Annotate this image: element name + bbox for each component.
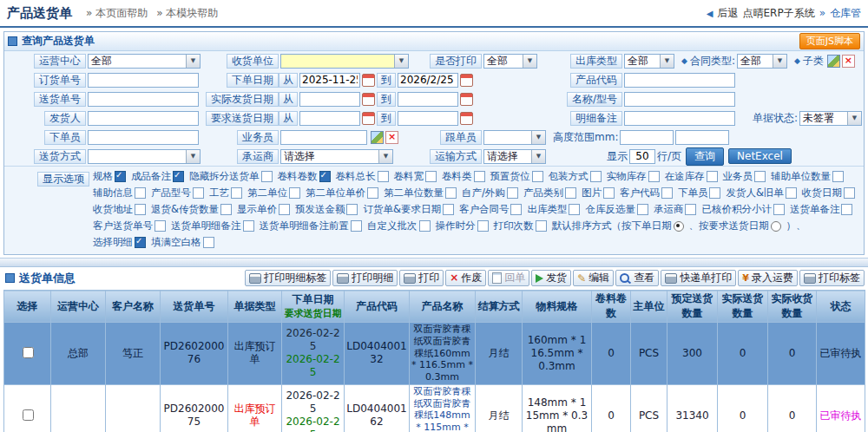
option-checkbox[interactable] [378, 171, 389, 182]
option-checkbox[interactable] [707, 171, 718, 182]
delivery-row[interactable]: PD260200075出库预订单2026-02-252026-02-25LD04… [4, 384, 865, 432]
display-option[interactable]: 出库类型 [527, 203, 584, 216]
option-checkbox[interactable] [474, 171, 485, 182]
display-option[interactable]: 第二单位数量 [384, 187, 461, 200]
option-checkbox[interactable] [193, 187, 204, 199]
option-checkbox[interactable] [115, 171, 126, 182]
order-date-from-input[interactable] [299, 73, 360, 88]
option-checkbox[interactable] [243, 220, 254, 232]
merchandiser-select[interactable]: ▼ [483, 130, 546, 145]
option-checkbox[interactable] [507, 187, 518, 199]
option-checkbox[interactable] [289, 187, 300, 199]
option-checkbox[interactable] [279, 204, 290, 215]
height-range-min-input[interactable] [620, 130, 674, 145]
option-checkbox[interactable] [754, 171, 766, 182]
breadcrumb-module[interactable]: 仓库管 [830, 6, 861, 21]
calendar-icon[interactable] [362, 74, 375, 87]
option-checkbox[interactable] [709, 187, 720, 199]
display-option[interactable]: 客户代码 [620, 187, 677, 200]
actual-ship-date-from-input[interactable] [299, 92, 360, 107]
search-button[interactable]: 查询 [686, 147, 724, 166]
option-checkbox[interactable] [135, 187, 146, 199]
salesman-input[interactable] [280, 130, 367, 145]
carrier-select[interactable]: 请选择▼ [280, 149, 393, 164]
netexcel-button[interactable]: NetExcel [728, 148, 792, 164]
option-checkbox[interactable] [832, 171, 844, 182]
display-option[interactable]: 辅助信息 [93, 187, 150, 200]
option-checkbox[interactable] [445, 187, 457, 199]
back-arrow-icon[interactable]: ◀ [707, 9, 713, 18]
display-option[interactable]: 预发送金额 [295, 203, 363, 216]
option-checkbox[interactable] [841, 204, 852, 215]
display-option[interactable]: 送货单明细备注前置 [260, 219, 367, 232]
operation-center-select[interactable]: 全部▼ [88, 54, 201, 69]
option-checkbox[interactable] [685, 204, 696, 215]
required-date-to-input[interactable] [398, 111, 458, 126]
option-checkbox[interactable] [135, 237, 146, 248]
contract-type-select[interactable]: 全部▼ [737, 54, 787, 69]
receiving-unit-select[interactable]: ▼ [280, 54, 409, 69]
display-option[interactable]: 实物库存 [607, 170, 664, 183]
cell-name[interactable]: 双面背胶青稞纸双面背胶青稞纸160mm * 116.5mm * 0.3mm [410, 323, 476, 385]
option-checkbox[interactable] [261, 171, 273, 182]
order-date-to-input[interactable] [398, 73, 458, 88]
is-printed-select[interactable]: 全部▼ [483, 54, 537, 69]
display-option[interactable]: 收货地址 [93, 203, 150, 216]
option-checkbox[interactable] [637, 204, 648, 215]
option-checkbox[interactable] [319, 171, 331, 182]
back-link[interactable]: 后退 [718, 6, 739, 21]
radio-indicator[interactable] [674, 221, 684, 232]
display-option[interactable]: 打印次数 [494, 219, 551, 232]
display-option[interactable]: 送货单备注 [790, 203, 858, 216]
row-checkbox[interactable] [23, 409, 34, 421]
subclass-picker-icon[interactable] [827, 55, 840, 68]
option-checkbox[interactable] [603, 187, 615, 199]
display-option[interactable]: 选择明细 [93, 236, 150, 249]
display-option[interactable]: 卷料类 [442, 170, 490, 183]
row-checkbox[interactable] [23, 347, 34, 358]
order-no-input[interactable] [88, 73, 199, 88]
option-checkbox[interactable] [135, 204, 146, 215]
subclass-clear-icon[interactable] [842, 55, 855, 68]
shipper-input[interactable] [88, 111, 199, 126]
display-option[interactable]: 送货单明细备注 [171, 219, 259, 232]
toolbar-button-express-print[interactable]: 快递单打印 [661, 270, 736, 286]
display-option[interactable]: 客户合同号 [459, 203, 527, 216]
option-checkbox[interactable] [231, 187, 242, 199]
page-help-link[interactable]: » 本页面帮助 [86, 6, 148, 21]
outbound-type-select[interactable]: 全部▼ [624, 54, 674, 69]
option-checkbox[interactable] [532, 171, 543, 182]
actual-ship-date-to-input[interactable] [398, 92, 458, 107]
delivery-row[interactable]: 总部笃正PD260200076出库预订单2026-02-252026-02-25… [4, 323, 865, 385]
option-checkbox[interactable] [648, 171, 660, 182]
option-checkbox[interactable] [155, 220, 166, 232]
display-option[interactable]: 仓库反选量 [585, 203, 653, 216]
toolbar-button-void[interactable]: 作废 [445, 270, 486, 286]
calendar-icon[interactable] [460, 112, 473, 125]
name-model-input[interactable] [624, 92, 735, 107]
option-checkbox[interactable] [203, 237, 214, 248]
display-option[interactable]: 发货人&旧单 [726, 187, 800, 200]
page-js-script-button[interactable]: 页面JS脚本 [799, 33, 860, 49]
display-option[interactable]: 包装方式 [549, 170, 606, 183]
toolbar-button-edit[interactable]: 编辑 [573, 270, 614, 286]
display-option[interactable]: 卷料总长 [336, 170, 393, 183]
option-checkbox[interactable] [367, 187, 378, 199]
doc-status-select[interactable]: 未签署▼ [799, 111, 862, 126]
toolbar-button-print-detail-label[interactable]: 打印明细标签 [245, 270, 331, 286]
display-option[interactable]: 订货单&要求日期 [363, 203, 457, 216]
option-checkbox[interactable] [536, 220, 547, 232]
display-option[interactable]: 操作时分 [436, 219, 493, 232]
module-help-link[interactable]: » 本模块帮助 [156, 6, 218, 21]
toolbar-button-receipt[interactable]: 回单 [488, 270, 529, 286]
display-option[interactable]: 填满空白格 [151, 236, 219, 249]
option-checkbox[interactable] [661, 187, 673, 199]
display-option[interactable]: 第二单位 [247, 187, 305, 200]
option-checkbox[interactable] [220, 204, 232, 215]
option-checkbox[interactable] [569, 204, 580, 215]
display-option[interactable]: 已核价积分小计 [701, 203, 789, 216]
delivery-method-select[interactable]: ▼ [88, 149, 201, 164]
display-option[interactable]: 工艺 [209, 187, 247, 200]
cell-name[interactable]: 双面背胶青稞纸双面背胶青稞纸148mm * 115mm * 0.3mm [410, 384, 476, 432]
display-option[interactable]: 卷料宽 [394, 170, 442, 183]
